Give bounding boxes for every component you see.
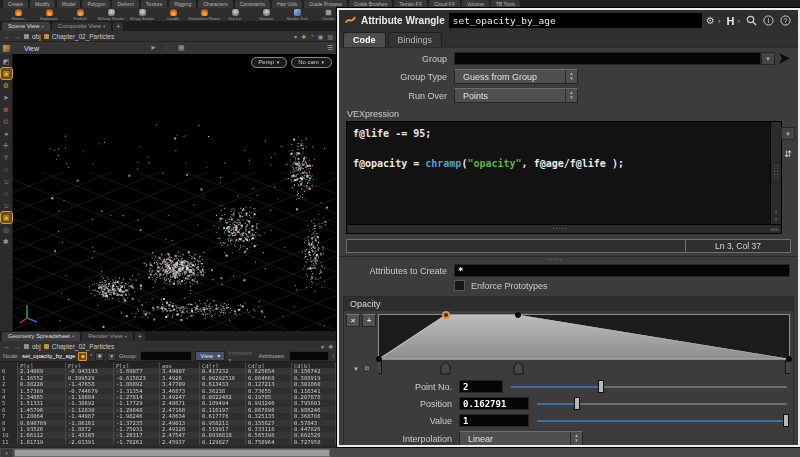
shelf-tool-smokeless-flame[interactable]: Smokeless Flame [192, 8, 216, 21]
group-dropdown-icon[interactable]: ▼ [761, 52, 775, 65]
attributes-filter-input[interactable] [289, 351, 329, 361]
editor-menu-icon[interactable]: ▼ [781, 127, 795, 140]
ramp-collapse-icon[interactable]: ▼ [353, 366, 359, 372]
ramp-point-selected[interactable] [442, 311, 450, 319]
shelf-tab-cloud-fx[interactable]: Cloud FX [429, 0, 460, 8]
vscroll-grip[interactable] [773, 164, 779, 178]
shelf-tool-explosion[interactable]: Explosion [37, 8, 61, 21]
value-slider[interactable] [537, 414, 787, 427]
pane-tab-render-view[interactable]: Render View▾ [82, 332, 133, 341]
panel-menu-icon[interactable]: ☰ [327, 44, 333, 52]
pane-tab-geometry-spreadsheet[interactable]: Geometry Spreadsheet▾ [2, 332, 80, 341]
scrollbar-corner-icon[interactable]: ▾ [1, 449, 12, 457]
spinner-icon[interactable]: ▲▼ [570, 432, 582, 445]
scroll-left-right-icons[interactable]: ◀ ▶ [770, 226, 779, 232]
interpolation-dropdown[interactable]: Linear ▲▼ [459, 431, 583, 446]
dialog-tab-code[interactable]: Code [343, 32, 386, 47]
ramp-handle[interactable] [440, 361, 451, 376]
enforce-prototypes-checkbox[interactable] [454, 280, 465, 291]
point-no--slider[interactable] [511, 380, 787, 393]
shelf-tab-guide-brushes[interactable]: Guide Brushes [349, 0, 392, 8]
pose-icon[interactable]: ✛ [1, 140, 12, 151]
shelf-tab-polygon[interactable]: Polygon [82, 0, 110, 8]
select-mode-icon[interactable]: ➤ [150, 44, 156, 52]
shelf-tab-volume[interactable]: Volume [462, 0, 489, 8]
shelf-tool-dry-ice[interactable]: Dry Ice [223, 8, 247, 21]
ramp-delete-point-button[interactable]: × [346, 314, 360, 327]
houdini-logo-icon[interactable]: H [727, 16, 735, 26]
grab-view-icon[interactable]: ✱ [1, 236, 12, 247]
shelf-tab-terrain-fx[interactable]: Terrain FX [394, 0, 427, 8]
shelf-tab-rigging[interactable]: Rigging [169, 0, 196, 8]
snap-icon[interactable]: ▦ [178, 44, 185, 52]
node-crumb[interactable]: Chapter_02_Particles [52, 343, 115, 350]
ramp-handle-strip[interactable] [378, 361, 790, 376]
folder-icon[interactable]: ▾ [107, 352, 116, 361]
slider-thumb[interactable] [598, 380, 604, 393]
shelf-tab-guide-process[interactable]: Guide Process [304, 0, 347, 8]
shelf-tool-wispy-smoke[interactable]: Wispy Smoke [130, 8, 154, 21]
value-field[interactable]: 1 [459, 414, 529, 427]
code-hscrollbar[interactable]: ◀ ▶ [346, 225, 782, 234]
slider-thumb[interactable] [574, 397, 580, 410]
snap-arc-icon[interactable]: ∩ [1, 164, 12, 175]
sheet-options-icon[interactable]: ↕ [332, 353, 335, 359]
pane-tab-scene-view[interactable]: Scene View▾ [2, 22, 50, 31]
shelf-tab-constraints[interactable]: Constraints [235, 0, 270, 8]
hscroll-thumb[interactable] [14, 449, 330, 457]
ramp-fit-icon[interactable]: ⧉ [365, 365, 369, 372]
position-slider[interactable] [537, 397, 787, 410]
add-pane-icon[interactable]: ✚ [301, 33, 306, 40]
group-filter-input[interactable] [140, 351, 192, 361]
layout-single-icon[interactable]: ▣ [318, 33, 324, 40]
attribs-to-create-input[interactable]: * [454, 264, 790, 277]
view-tool-icon[interactable]: ▣ [1, 212, 12, 223]
scroll-up-icon[interactable]: ▲ [772, 207, 780, 215]
3d-viewport[interactable]: Persp ▼ No cam ▼ [13, 54, 337, 331]
slider-thumb[interactable] [783, 414, 789, 427]
shelf-tab-deform[interactable]: Deform [112, 0, 138, 8]
tool-options-icon[interactable]: ⚙ [1, 80, 12, 91]
ramp-handle[interactable] [785, 361, 790, 374]
ramp-handle[interactable] [513, 361, 524, 376]
show-handles-icon[interactable]: ▣ [1, 68, 12, 79]
nav-forward-icon[interactable]: → [14, 343, 21, 350]
add-pane-icon[interactable]: ✚ [328, 343, 333, 350]
pane-tab-composite-view[interactable]: Composite View▾ [52, 22, 112, 31]
new-pane-tab-button[interactable]: + [113, 22, 123, 31]
shelf-tab-modify[interactable]: Modify [30, 0, 55, 8]
shelf-tab-create[interactable]: Create [3, 0, 28, 8]
dialog-tab-bindings[interactable]: Bindings [388, 32, 443, 47]
position-field[interactable]: 0.162791 [459, 397, 529, 410]
ramp-editor[interactable] [378, 314, 790, 360]
shelf-tab-tb-tools[interactable]: TB Tools [491, 0, 520, 8]
code-vscrollbar[interactable]: ▲ ▼ [770, 122, 781, 224]
scale-icon[interactable]: ● [1, 128, 12, 139]
shelf-tool-billowy-smoke[interactable]: Billowy Smoke [99, 8, 123, 21]
view-dropdown[interactable]: View▾ [195, 351, 225, 361]
node-name-field[interactable]: set_opacity_by_age [449, 13, 702, 28]
rotate-icon[interactable]: ⊙ [1, 116, 12, 127]
particle-view-canvas[interactable] [13, 54, 337, 331]
run-over-dropdown[interactable]: Points ▲▼ [454, 88, 578, 103]
node-type-icon[interactable]: ◆ [78, 352, 87, 361]
point-no--field[interactable]: 2 [459, 380, 503, 393]
help-icon[interactable]: ? [780, 15, 791, 26]
nav-back-icon[interactable]: ← [4, 33, 11, 40]
shelf-tool-candle[interactable]: Candle [161, 8, 185, 21]
gear-icon[interactable]: ⚙ [706, 16, 715, 26]
shelf-tab-hair-utils[interactable]: Hair Utils [272, 0, 302, 8]
expand-parameter-icon[interactable]: ⇵ [784, 149, 792, 159]
select-operator-arrow-icon[interactable] [777, 52, 792, 65]
info-icon[interactable]: i [763, 15, 774, 26]
shelf-tab-characters[interactable]: Characters [198, 0, 232, 8]
scroll-down-icon[interactable]: ▼ [772, 215, 780, 223]
shelf-tool-fireball[interactable]: Fireball [68, 8, 92, 21]
secure-selection-icon[interactable]: ◩ [1, 56, 12, 67]
context-crumb[interactable]: obj [32, 343, 41, 350]
shelf-tool-flames[interactable]: Flames [6, 8, 30, 21]
translate-icon[interactable]: ⊕ [1, 104, 12, 115]
lasso-icon[interactable]: ◌ [165, 44, 169, 52]
shelf-tab-texture[interactable]: Texture [141, 0, 167, 8]
magnet-icon[interactable]: ∩ [1, 188, 12, 199]
